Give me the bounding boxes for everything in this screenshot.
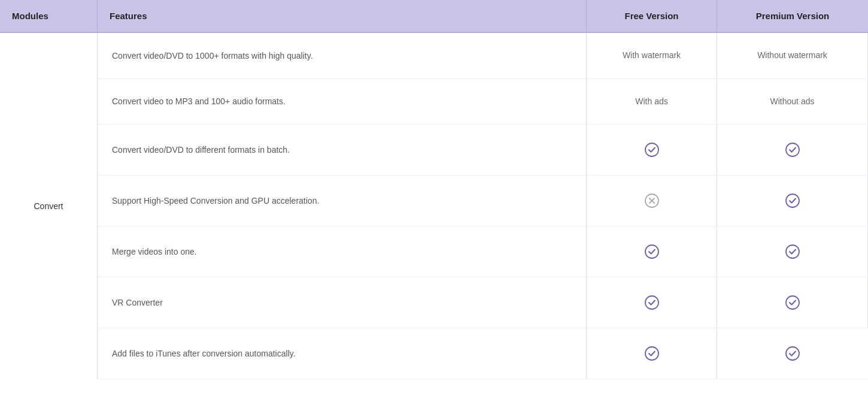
free-value-cell (587, 328, 717, 379)
feature-cell: Add files to iTunes after conversion aut… (98, 328, 587, 379)
feature-cell: Convert video to MP3 and 100+ audio form… (98, 79, 587, 125)
premium-version-header: Premium Version (717, 0, 868, 32)
feature-cell: VR Converter (98, 277, 587, 328)
check-icon (784, 345, 801, 362)
check-icon (644, 345, 660, 362)
premium-value-cell (717, 328, 868, 379)
free-value-cell: With ads (587, 79, 717, 125)
feature-cell: Merge videos into one. (98, 226, 587, 277)
check-icon (784, 141, 801, 158)
premium-value-cell (717, 176, 868, 226)
modules-header: Modules (0, 0, 98, 32)
check-icon (784, 192, 801, 209)
features-header: Features (98, 0, 587, 32)
svg-point-10 (645, 347, 658, 360)
check-icon (644, 141, 660, 158)
free-version-header: Free Version (587, 0, 717, 32)
free-value-cell (587, 277, 717, 328)
svg-point-6 (645, 245, 658, 258)
premium-value-cell (717, 226, 868, 277)
svg-point-0 (645, 143, 658, 156)
svg-point-1 (786, 143, 799, 156)
svg-point-7 (786, 245, 799, 258)
svg-point-11 (786, 347, 799, 360)
text-value: Without ads (770, 96, 815, 108)
premium-version-header-label: Premium Version (756, 11, 830, 21)
check-icon (784, 294, 801, 311)
comparison-table: Modules Features Free Version Premium Ve… (0, 0, 868, 417)
svg-point-5 (786, 194, 799, 207)
svg-point-9 (786, 296, 799, 309)
free-value-cell (587, 125, 717, 176)
table-header: Modules Features Free Version Premium Ve… (0, 0, 868, 33)
free-version-header-label: Free Version (624, 11, 678, 21)
text-value: With watermark (623, 50, 681, 62)
text-value: Without watermark (757, 50, 827, 62)
svg-point-8 (645, 296, 658, 309)
module-name: Convert (34, 201, 63, 211)
premium-value-cell: Without ads (717, 79, 868, 125)
feature-cell: Convert video/DVD to 1000+ formats with … (98, 33, 587, 79)
feature-cell: Convert video/DVD to different formats i… (98, 125, 587, 176)
x-icon (644, 192, 660, 209)
check-icon (644, 294, 660, 311)
feature-cell: Support High-Speed Conversion and GPU ac… (98, 176, 587, 226)
free-value-cell: With watermark (587, 33, 717, 79)
features-header-label: Features (110, 11, 147, 21)
premium-value-cell (717, 277, 868, 328)
premium-value-cell (717, 125, 868, 176)
text-value: With ads (635, 96, 667, 108)
free-value-cell (587, 176, 717, 226)
check-icon (644, 243, 660, 260)
modules-header-label: Modules (12, 11, 48, 21)
premium-value-cell: Without watermark (717, 33, 868, 79)
module-cell: Convert (0, 33, 98, 379)
table-body: Convert Convert video/DVD to 1000+ forma… (0, 33, 868, 379)
check-icon (784, 243, 801, 260)
free-value-cell (587, 226, 717, 277)
